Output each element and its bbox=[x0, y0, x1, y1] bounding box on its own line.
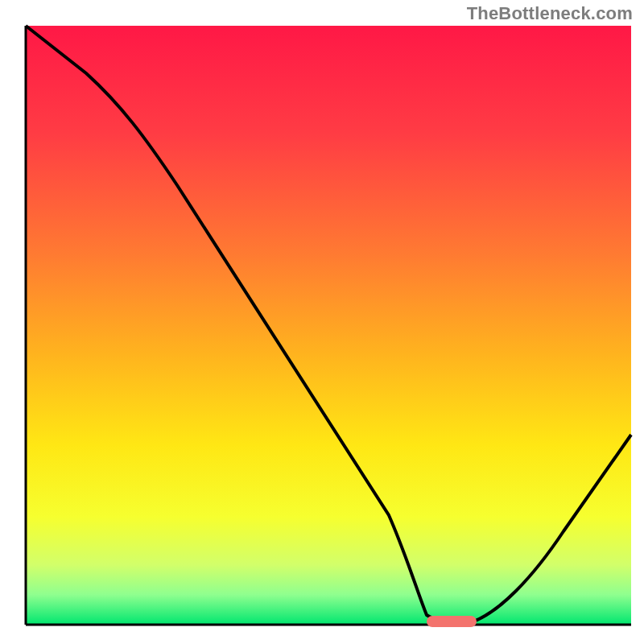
highlight-marker bbox=[427, 616, 477, 627]
plot-background bbox=[26, 26, 631, 625]
chart-svg bbox=[0, 0, 644, 644]
chart-container: TheBottleneck.com bbox=[0, 0, 644, 644]
watermark-text: TheBottleneck.com bbox=[467, 3, 633, 24]
